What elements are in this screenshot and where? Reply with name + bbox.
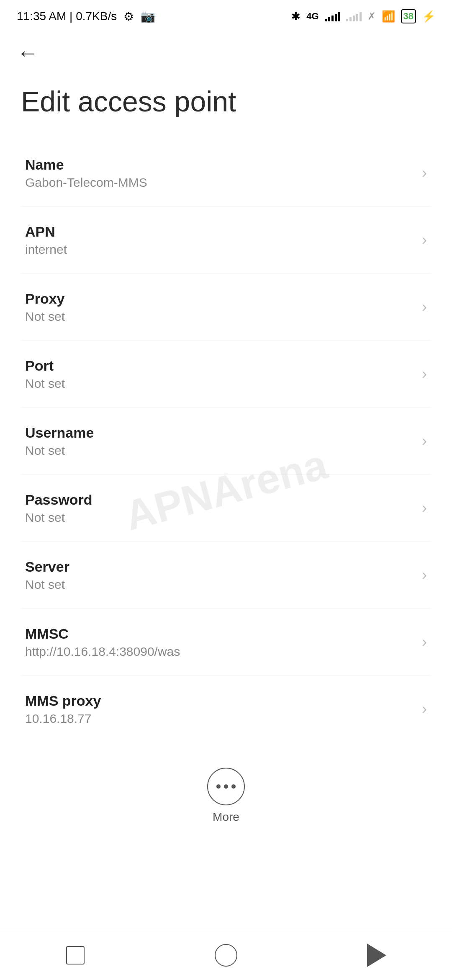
settings-item-username-content: Username Not set (25, 425, 413, 458)
settings-label-name: Name (25, 157, 413, 173)
time-display: 11:35 AM | 0.7KB/s (17, 10, 117, 23)
chevron-right-icon: › (422, 164, 427, 182)
chevron-right-icon: › (422, 633, 427, 651)
camera-icon: 📷 (141, 10, 155, 23)
page-title: Edit access point (0, 72, 452, 140)
settings-value-password: Not set (25, 511, 413, 525)
settings-item-port[interactable]: Port Not set › (21, 341, 431, 408)
settings-item-apn[interactable]: APN internet › (21, 207, 431, 274)
chevron-right-icon: › (422, 298, 427, 316)
settings-value-mms-proxy: 10.16.18.77 (25, 712, 413, 726)
more-label: More (213, 810, 239, 824)
chevron-right-icon: › (422, 231, 427, 249)
settings-label-password: Password (25, 492, 413, 508)
wifi-icon: 📶 (382, 10, 395, 23)
settings-value-server: Not set (25, 578, 413, 592)
recents-icon (66, 946, 85, 965)
settings-item-proxy-content: Proxy Not set (25, 291, 413, 324)
more-button[interactable] (207, 768, 245, 805)
settings-item-port-content: Port Not set (25, 358, 413, 391)
dot-2 (224, 784, 228, 789)
settings-label-port: Port (25, 358, 413, 374)
settings-label-mms-proxy: MMS proxy (25, 693, 413, 709)
more-section: More (0, 751, 452, 836)
settings-label-proxy: Proxy (25, 291, 413, 307)
settings-item-password-content: Password Not set (25, 492, 413, 525)
settings-icon: ⚙ (123, 10, 134, 23)
settings-item-mmsc[interactable]: MMSC http://10.16.18.4:38090/was › (21, 609, 431, 676)
settings-item-apn-content: APN internet (25, 224, 413, 257)
settings-label-username: Username (25, 425, 413, 441)
settings-item-mms-proxy-content: MMS proxy 10.16.18.77 (25, 693, 413, 726)
settings-value-name: Gabon-Telecom-MMS (25, 175, 413, 190)
chevron-right-icon: › (422, 700, 427, 718)
settings-item-password[interactable]: Password Not set › (21, 475, 431, 542)
status-left: 11:35 AM | 0.7KB/s ⚙ 📷 (17, 10, 155, 23)
home-icon (215, 944, 237, 967)
nav-recents-button[interactable] (59, 939, 92, 972)
battery-indicator: 38 (401, 9, 416, 23)
nav-home-button[interactable] (209, 939, 243, 972)
network-4g-icon: 4G (306, 11, 318, 22)
settings-value-mmsc: http://10.16.18.4:38090/was (25, 645, 413, 659)
signal-bars-1 (325, 11, 340, 21)
settings-item-proxy[interactable]: Proxy Not set › (21, 274, 431, 341)
settings-label-mmsc: MMSC (25, 626, 413, 642)
status-bar: 11:35 AM | 0.7KB/s ⚙ 📷 ✱ 4G ✗ 📶 38 ⚡ (0, 0, 452, 29)
settings-label-apn: APN (25, 224, 413, 240)
status-right: ✱ 4G ✗ 📶 38 ⚡ (291, 9, 435, 23)
settings-label-server: Server (25, 559, 413, 575)
settings-value-port: Not set (25, 377, 413, 391)
back-button[interactable]: ← (17, 42, 39, 64)
chevron-right-icon: › (422, 499, 427, 517)
dot-3 (231, 784, 236, 789)
settings-item-mmsc-content: MMSC http://10.16.18.4:38090/was (25, 626, 413, 659)
chevron-right-icon: › (422, 365, 427, 383)
bluetooth-icon: ✱ (291, 10, 300, 23)
settings-item-mms-proxy[interactable]: MMS proxy 10.16.18.77 › (21, 676, 431, 743)
bottom-navigation (0, 930, 452, 980)
settings-item-name-content: Name Gabon-Telecom-MMS (25, 157, 413, 190)
nav-back-button[interactable] (360, 939, 393, 972)
settings-value-proxy: Not set (25, 309, 413, 324)
signal-bars-2 (346, 11, 362, 21)
no-signal-icon: ✗ (367, 10, 376, 22)
settings-item-server[interactable]: Server Not set › (21, 542, 431, 609)
more-dots-icon (216, 784, 236, 789)
settings-value-username: Not set (25, 444, 413, 458)
chevron-right-icon: › (422, 432, 427, 450)
top-navigation: ← (0, 29, 452, 72)
dot-1 (216, 784, 221, 789)
settings-value-apn: internet (25, 242, 413, 257)
settings-item-server-content: Server Not set (25, 559, 413, 592)
settings-item-name[interactable]: Name Gabon-Telecom-MMS › (21, 140, 431, 207)
chevron-right-icon: › (422, 566, 427, 584)
settings-list: Name Gabon-Telecom-MMS › APN internet › … (0, 140, 452, 743)
back-icon (367, 944, 386, 967)
settings-item-username[interactable]: Username Not set › (21, 408, 431, 475)
charging-icon: ⚡ (422, 10, 435, 23)
